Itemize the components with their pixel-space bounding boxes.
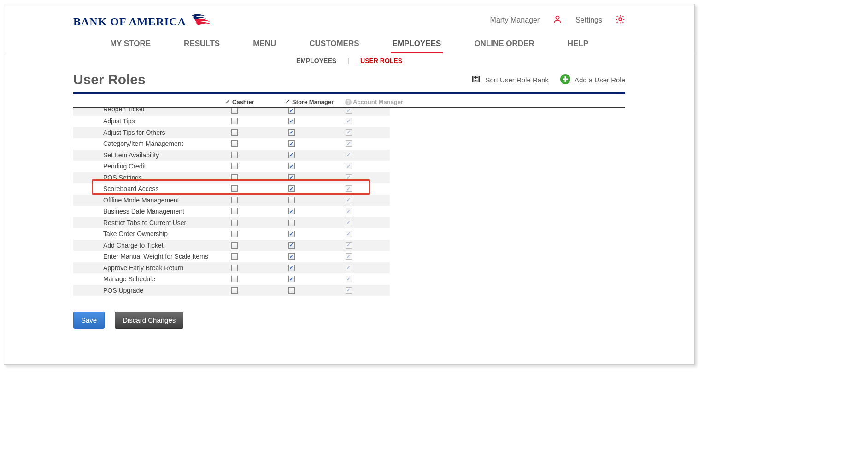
permission-row: POS Upgrade: [73, 285, 390, 296]
checkbox[interactable]: [231, 174, 238, 181]
checkbox[interactable]: [231, 231, 238, 237]
checkbox[interactable]: [288, 208, 295, 214]
column-headers: CashierStore Manager?Account Manager: [73, 98, 625, 108]
nav-item-results[interactable]: RESULTS: [183, 36, 221, 53]
header-right: Marty Manager Settings: [490, 14, 625, 26]
settings-link[interactable]: Settings: [575, 16, 602, 24]
checkbox[interactable]: [231, 140, 238, 147]
svg-point-1: [619, 18, 622, 21]
permission-row: Adjust Tips: [73, 116, 390, 127]
permission-cell: [218, 242, 276, 249]
checkbox[interactable]: [288, 220, 295, 226]
permission-label: Adjust Tips: [73, 117, 218, 125]
button-row: Save Discard Changes: [4, 297, 694, 329]
checkbox[interactable]: [288, 118, 295, 124]
permission-cell: [218, 253, 276, 260]
checkbox[interactable]: [288, 276, 295, 282]
checkbox[interactable]: [231, 197, 238, 203]
nav-item-my-store[interactable]: MY STORE: [109, 36, 152, 53]
permission-cell: [333, 174, 390, 181]
checkbox[interactable]: [231, 208, 238, 214]
page-title: User Roles: [73, 72, 146, 87]
checkbox[interactable]: [231, 118, 238, 124]
column-header-store-manager[interactable]: Store Manager: [285, 98, 345, 105]
checkbox: [346, 129, 352, 136]
checkbox[interactable]: [231, 287, 238, 294]
checkbox[interactable]: [288, 129, 295, 136]
checkbox[interactable]: [288, 152, 295, 158]
permission-cell: [276, 242, 333, 249]
permission-cell: [276, 152, 333, 158]
permission-cell: [333, 163, 390, 169]
nav-item-help[interactable]: HELP: [567, 36, 589, 53]
checkbox[interactable]: [288, 163, 295, 169]
permission-row: Adjust Tips for Others: [73, 127, 390, 139]
checkbox[interactable]: [231, 220, 238, 226]
table-headers-wrap: CashierStore Manager?Account Manager: [73, 98, 625, 108]
permission-label: POS Settings: [73, 174, 218, 181]
checkbox[interactable]: [231, 163, 238, 169]
permission-cell: [276, 108, 333, 114]
permission-cell: [218, 231, 276, 237]
checkbox[interactable]: [288, 174, 295, 181]
permission-cell: [218, 287, 276, 294]
save-button[interactable]: Save: [73, 312, 105, 329]
checkbox[interactable]: [288, 265, 295, 271]
checkbox: [346, 185, 352, 192]
permission-cell: [333, 242, 390, 249]
checkbox[interactable]: [288, 185, 295, 192]
user-name[interactable]: Marty Manager: [490, 16, 540, 24]
discard-button[interactable]: Discard Changes: [115, 312, 183, 329]
subnav-item-employees[interactable]: EMPLOYEES: [296, 57, 336, 64]
checkbox[interactable]: [231, 242, 238, 249]
checkbox[interactable]: [231, 129, 238, 136]
sort-rank-button[interactable]: Sort User Role Rank: [470, 74, 549, 86]
add-role-label: Add a User Role: [575, 76, 625, 84]
checkbox[interactable]: [231, 276, 238, 282]
permission-cell: [333, 185, 390, 192]
pencil-icon: [225, 98, 231, 105]
permission-row: Category/Item Management: [73, 138, 390, 150]
nav-item-employees[interactable]: EMPLOYEES: [392, 36, 442, 53]
checkbox[interactable]: [288, 287, 295, 294]
gear-icon[interactable]: [615, 14, 625, 26]
permission-row: Manage Schedule: [73, 273, 390, 285]
checkbox[interactable]: [231, 108, 238, 114]
subnav-item-user-roles[interactable]: USER ROLES: [360, 57, 402, 64]
checkbox[interactable]: [231, 152, 238, 158]
checkbox[interactable]: [231, 253, 238, 260]
nav-item-menu[interactable]: MENU: [252, 36, 277, 53]
checkbox[interactable]: [231, 185, 238, 192]
permission-cell: [276, 208, 333, 214]
permission-cell: [333, 118, 390, 124]
checkbox[interactable]: [288, 242, 295, 249]
checkbox[interactable]: [288, 140, 295, 147]
permission-label: Approve Early Break Return: [73, 264, 218, 272]
table-outer: Reopen TicketAdjust TipsAdjust Tips for …: [73, 108, 625, 297]
column-header-cashier[interactable]: Cashier: [225, 98, 285, 105]
permission-row: Restrict Tabs to Current User: [73, 217, 390, 229]
checkbox[interactable]: [288, 253, 295, 260]
permission-label: Enter Manual Weight for Scale Items: [73, 253, 218, 260]
add-role-button[interactable]: Add a User Role: [560, 74, 625, 86]
checkbox[interactable]: [288, 231, 295, 237]
permission-cell: [218, 276, 276, 282]
nav-item-online-order[interactable]: ONLINE ORDER: [473, 36, 535, 53]
permissions-table[interactable]: Reopen TicketAdjust TipsAdjust Tips for …: [73, 108, 390, 297]
user-icon[interactable]: [552, 14, 563, 26]
permission-label: Category/Item Management: [73, 140, 218, 147]
checkbox[interactable]: [288, 108, 295, 114]
nav-item-customers[interactable]: CUSTOMERS: [308, 36, 360, 53]
permission-cell: [333, 287, 390, 294]
checkbox[interactable]: [288, 197, 295, 203]
sort-rank-label: Sort User Role Rank: [485, 76, 549, 84]
permission-cell: [333, 152, 390, 158]
permission-row: POS Settings: [73, 172, 390, 184]
permission-label: Manage Schedule: [73, 275, 218, 283]
permission-cell: [218, 220, 276, 226]
sub-nav: EMPLOYEES|USER ROLES: [4, 53, 694, 68]
permission-row: Approve Early Break Return: [73, 262, 390, 274]
permission-cell: [218, 152, 276, 158]
checkbox[interactable]: [231, 265, 238, 271]
checkbox: [346, 242, 352, 249]
